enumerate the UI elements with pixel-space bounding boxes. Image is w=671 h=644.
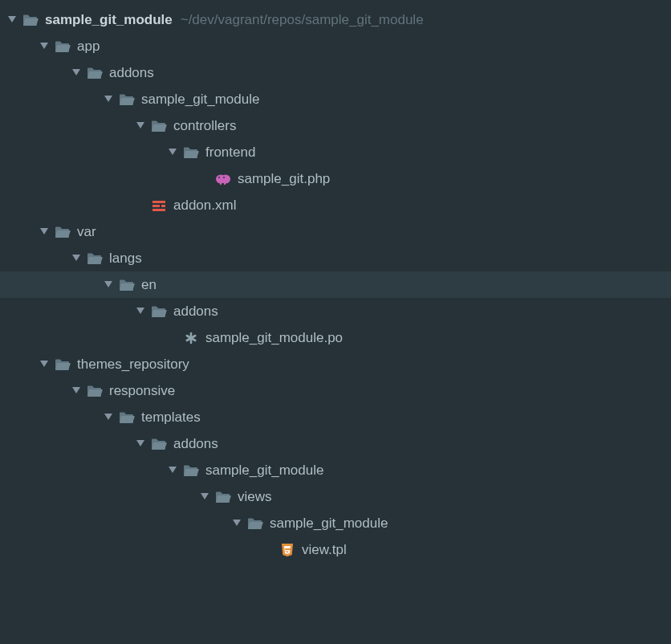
tree-item-label: addons xyxy=(109,65,154,81)
svg-point-2 xyxy=(218,177,220,178)
expand-arrow-icon[interactable] xyxy=(199,491,210,503)
folder-open-icon xyxy=(183,463,199,479)
expand-arrow-icon[interactable] xyxy=(135,438,146,450)
svg-rect-4 xyxy=(220,182,222,185)
tree-item-label: addon.xml xyxy=(173,198,236,214)
tree-item-label: sample_git_module xyxy=(141,92,259,108)
expand-arrow-icon[interactable] xyxy=(103,279,114,291)
folder-addons-lang[interactable]: addons xyxy=(0,298,671,324)
expand-arrow-icon[interactable] xyxy=(103,94,114,105)
tree-item-label: sample_git_module xyxy=(270,516,388,532)
folder-responsive[interactable]: responsive xyxy=(0,377,671,404)
folder-controllers[interactable]: controllers xyxy=(0,112,671,139)
tree-item-label: controllers xyxy=(173,118,236,134)
folder-open-icon xyxy=(151,118,167,134)
folder-open-icon xyxy=(87,383,103,399)
svg-rect-6 xyxy=(152,201,165,203)
expand-arrow-icon[interactable] xyxy=(39,41,50,52)
folder-open-icon xyxy=(22,12,39,28)
tree-item-label: langs xyxy=(109,251,142,267)
xml-file-icon xyxy=(151,198,167,214)
folder-open-icon xyxy=(183,145,199,161)
file-po[interactable]: sample_git_module.po xyxy=(0,324,671,351)
arrow-placeholder xyxy=(167,332,178,344)
tree-item-label: view.tpl xyxy=(302,542,347,558)
expand-arrow-icon[interactable] xyxy=(167,147,178,158)
folder-open-icon xyxy=(151,304,167,320)
tree-item-label: addons xyxy=(173,436,218,452)
tree-item-label: addons xyxy=(173,304,218,320)
svg-rect-5 xyxy=(224,182,226,185)
expand-arrow-icon[interactable] xyxy=(135,120,146,132)
tree-item-label: sample_git_module.po xyxy=(205,330,343,346)
expand-arrow-icon[interactable] xyxy=(71,385,82,397)
file-view-tpl[interactable]: view.tpl xyxy=(0,536,671,563)
expand-arrow-icon[interactable] xyxy=(71,67,82,79)
tree-item-label: views xyxy=(238,489,272,505)
folder-open-icon xyxy=(55,224,71,240)
file-addon-xml[interactable]: addon.xml xyxy=(0,192,671,218)
tree-item-label: var xyxy=(77,224,96,240)
folder-themes-repository[interactable]: themes_repository xyxy=(0,351,671,377)
folder-en[interactable]: en xyxy=(0,271,671,298)
tree-item-label: en xyxy=(141,277,157,293)
generic-file-icon xyxy=(183,330,199,346)
folder-sample-git-module[interactable]: sample_git_module xyxy=(0,86,671,112)
expand-arrow-icon[interactable] xyxy=(71,253,82,264)
folder-sgm-tpl[interactable]: sample_git_module xyxy=(0,457,671,483)
folder-langs[interactable]: langs xyxy=(0,245,671,271)
tree-item-label: sample_git_module xyxy=(45,12,173,28)
folder-open-icon xyxy=(119,277,135,293)
expand-arrow-icon[interactable] xyxy=(39,359,50,370)
folder-open-icon xyxy=(87,65,103,81)
svg-rect-7 xyxy=(152,205,160,207)
arrow-placeholder xyxy=(263,544,274,556)
folder-var[interactable]: var xyxy=(0,218,671,245)
folder-open-icon xyxy=(87,251,103,267)
tree-item-label: templates xyxy=(141,410,201,426)
tree-item-path: ~/dev/vagrant/repos/sample_git_module xyxy=(181,12,424,28)
tree-item-label: app xyxy=(77,39,100,55)
expand-arrow-icon[interactable] xyxy=(167,465,178,476)
svg-rect-9 xyxy=(152,209,165,211)
svg-point-1 xyxy=(221,174,230,183)
expand-arrow-icon[interactable] xyxy=(103,412,114,423)
tree-item-label: sample_git_module xyxy=(205,463,323,479)
arrow-placeholder xyxy=(135,200,146,211)
expand-arrow-icon[interactable] xyxy=(6,14,18,26)
arrow-placeholder xyxy=(199,173,210,185)
folder-open-icon xyxy=(119,92,135,108)
svg-rect-8 xyxy=(161,205,165,207)
tree-item-label: sample_git.php xyxy=(238,171,330,187)
folder-open-icon xyxy=(55,357,71,373)
folder-addons-tpl[interactable]: addons xyxy=(0,430,671,457)
folder-app[interactable]: app xyxy=(0,33,671,59)
expand-arrow-icon[interactable] xyxy=(135,306,146,317)
folder-open-icon xyxy=(247,516,263,532)
html5-file-icon xyxy=(279,542,295,558)
folder-addons[interactable]: addons xyxy=(0,59,671,86)
tree-root[interactable]: sample_git_module~/dev/vagrant/repos/sam… xyxy=(0,6,671,33)
folder-templates[interactable]: templates xyxy=(0,404,671,430)
folder-open-icon xyxy=(215,489,231,505)
folder-open-icon xyxy=(55,39,71,55)
tree-item-label: frontend xyxy=(205,145,255,161)
expand-arrow-icon[interactable] xyxy=(231,518,242,529)
folder-sgm-views[interactable]: sample_git_module xyxy=(0,510,671,536)
tree-item-label: themes_repository xyxy=(77,357,189,373)
expand-arrow-icon[interactable] xyxy=(39,226,50,238)
folder-open-icon xyxy=(119,410,135,426)
folder-open-icon xyxy=(151,436,167,452)
php-file-icon xyxy=(215,171,231,187)
folder-frontend[interactable]: frontend xyxy=(0,139,671,165)
folder-views[interactable]: views xyxy=(0,483,671,510)
svg-point-3 xyxy=(223,177,225,178)
tree-item-label: responsive xyxy=(109,383,175,399)
file-tree: sample_git_module~/dev/vagrant/repos/sam… xyxy=(0,0,671,563)
file-sample-git-php[interactable]: sample_git.php xyxy=(0,165,671,192)
